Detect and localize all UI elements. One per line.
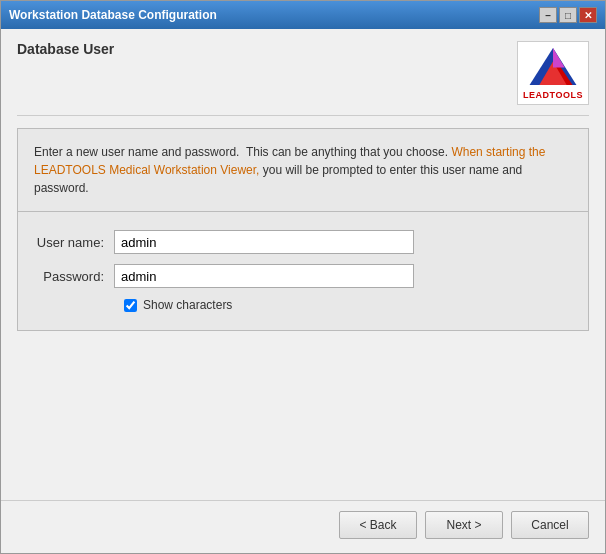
window-title: Workstation Database Configuration <box>9 8 217 22</box>
back-button[interactable]: < Back <box>339 511 417 539</box>
leadtools-logo-graphic <box>529 46 577 87</box>
database-user-title: Database User <box>17 41 114 57</box>
username-label: User name: <box>34 235 114 250</box>
username-input[interactable] <box>114 230 414 254</box>
info-text: Enter a new user name and password. This… <box>34 143 572 197</box>
spacer <box>17 331 589 488</box>
title-bar-buttons: – □ ✕ <box>539 7 597 23</box>
maximize-button[interactable]: □ <box>559 7 577 23</box>
show-characters-text: Show characters <box>143 298 232 312</box>
cancel-button[interactable]: Cancel <box>511 511 589 539</box>
show-characters-row: Show characters <box>124 298 572 312</box>
logo-box: LEADTOOLS <box>517 41 589 105</box>
show-characters-label[interactable]: Show characters <box>124 298 232 312</box>
password-label: Password: <box>34 269 114 284</box>
footer: < Back Next > Cancel <box>1 500 605 553</box>
header-section: Database User LEADTOOLS <box>17 41 589 116</box>
main-window: Workstation Database Configuration – □ ✕… <box>0 0 606 554</box>
show-characters-checkbox[interactable] <box>124 299 137 312</box>
section-title: Database User <box>17 41 114 57</box>
next-button[interactable]: Next > <box>425 511 503 539</box>
info-panel: Enter a new user name and password. This… <box>17 128 589 212</box>
username-row: User name: <box>34 230 572 254</box>
form-section: User name: Password: Show characters <box>17 212 589 331</box>
minimize-button[interactable]: – <box>539 7 557 23</box>
logo-label: LEADTOOLS <box>523 90 583 100</box>
password-row: Password: <box>34 264 572 288</box>
close-button[interactable]: ✕ <box>579 7 597 23</box>
title-bar: Workstation Database Configuration – □ ✕ <box>1 1 605 29</box>
content-area: Database User LEADTOOLS E <box>1 29 605 500</box>
password-input[interactable] <box>114 264 414 288</box>
info-highlight: When starting the LEADTOOLS Medical Work… <box>34 145 545 177</box>
